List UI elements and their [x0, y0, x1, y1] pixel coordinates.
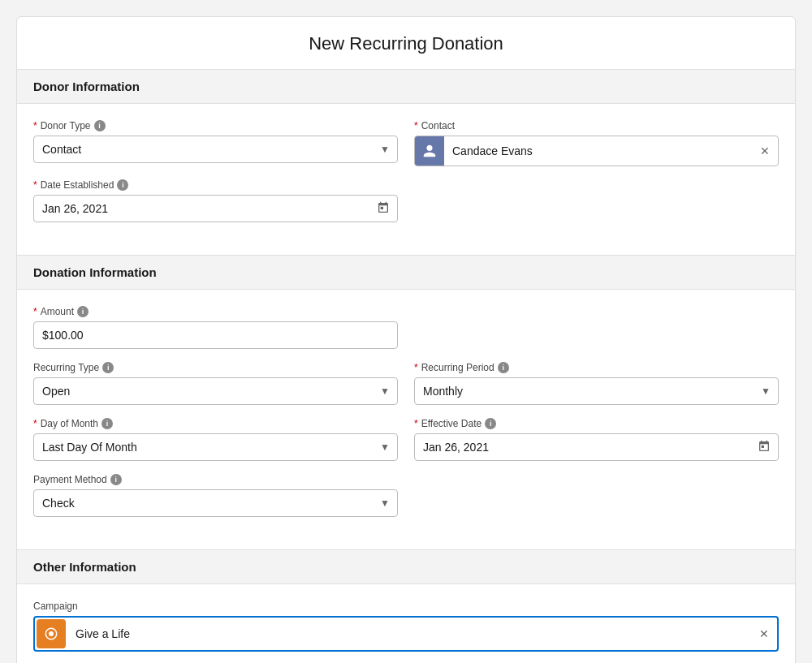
payment-method-row: Payment Method i Check Credit Card ACH ▼ — [33, 474, 779, 517]
date-established-label: * Date Established i — [33, 179, 398, 191]
recurring-period-select-wrapper: Monthly Weekly Yearly Quarterly ▼ — [414, 377, 779, 405]
contact-person-icon — [415, 136, 444, 166]
recurring-period-info-icon[interactable]: i — [498, 362, 509, 373]
contact-clear-button[interactable]: ✕ — [752, 144, 778, 157]
campaign-label: Campaign — [33, 601, 779, 612]
recurring-type-label: Recurring Type i — [33, 362, 398, 373]
campaign-input[interactable] — [67, 621, 751, 647]
contact-required-star: * — [414, 120, 418, 131]
donor-type-contact-row: * Donor Type i Contact Organization Hous… — [33, 120, 779, 166]
date-established-input-wrapper — [33, 195, 398, 222]
day-effective-row: * Day of Month i Last Day Of Month 1st 2… — [33, 418, 779, 461]
effective-date-input[interactable] — [414, 433, 779, 461]
campaign-row: Campaign ✕ — [33, 601, 779, 652]
date-established-info-icon[interactable]: i — [117, 179, 128, 191]
day-of-month-required-star: * — [33, 418, 37, 429]
recurring-type-period-row: Recurring Type i Open Fixed ▼ * Recurrin… — [33, 362, 779, 405]
effective-date-label: * Effective Date i — [414, 418, 779, 429]
day-of-month-select[interactable]: Last Day Of Month 1st 2nd 15th — [33, 433, 398, 461]
donor-type-select[interactable]: Contact Organization Household — [33, 136, 398, 163]
day-of-month-info-icon[interactable]: i — [102, 418, 113, 429]
campaign-group: Campaign ✕ — [33, 601, 779, 652]
svg-point-1 — [49, 631, 54, 636]
donor-information-header: Donor Information — [17, 70, 795, 104]
donation-information-body: * Amount i Recurring Type i Open Fixed — [17, 290, 795, 549]
amount-group: * Amount i — [33, 306, 398, 349]
effective-date-info-icon[interactable]: i — [485, 418, 496, 429]
payment-method-label: Payment Method i — [33, 474, 398, 485]
effective-date-group: * Effective Date i — [414, 418, 779, 461]
donor-information-body: * Donor Type i Contact Organization Hous… — [17, 104, 795, 255]
campaign-clear-button[interactable]: ✕ — [751, 627, 777, 640]
donor-type-info-icon[interactable]: i — [94, 120, 106, 131]
donation-information-header: Donation Information — [17, 256, 795, 290]
recurring-period-required-star: * — [414, 362, 418, 373]
recurring-period-label: * Recurring Period i — [414, 362, 779, 373]
other-information-header: Other Information — [17, 550, 795, 584]
recurring-type-select[interactable]: Open Fixed — [33, 377, 398, 405]
form-container: New Recurring Donation Donor Information… — [16, 16, 796, 663]
recurring-type-group: Recurring Type i Open Fixed ▼ — [33, 362, 398, 405]
amount-info-icon[interactable]: i — [77, 306, 89, 317]
effective-date-input-wrapper — [414, 433, 779, 461]
amount-label: * Amount i — [33, 306, 398, 317]
payment-method-select-wrapper: Check Credit Card ACH ▼ — [33, 489, 398, 517]
recurring-period-select[interactable]: Monthly Weekly Yearly Quarterly — [414, 377, 779, 405]
donor-type-group: * Donor Type i Contact Organization Hous… — [33, 120, 398, 166]
other-information-body: Campaign ✕ — [17, 584, 795, 663]
date-established-required-star: * — [33, 179, 37, 191]
amount-row: * Amount i — [33, 306, 779, 349]
day-of-month-label: * Day of Month i — [33, 418, 398, 429]
page-title: New Recurring Donation — [17, 17, 795, 70]
date-established-row: * Date Established i — [33, 179, 779, 222]
contact-group: * Contact Candace Evans ✕ — [414, 120, 779, 166]
amount-input[interactable] — [33, 321, 398, 349]
contact-input[interactable]: Candace Evans — [444, 138, 752, 164]
recurring-type-info-icon[interactable]: i — [102, 362, 114, 373]
payment-method-select[interactable]: Check Credit Card ACH — [33, 489, 398, 517]
date-established-input[interactable] — [33, 195, 398, 222]
contact-label: * Contact — [414, 120, 779, 131]
recurring-type-select-wrapper: Open Fixed ▼ — [33, 377, 398, 405]
campaign-icon — [37, 619, 66, 648]
campaign-input-wrapper: ✕ — [33, 616, 779, 652]
day-of-month-group: * Day of Month i Last Day Of Month 1st 2… — [33, 418, 398, 461]
payment-method-group: Payment Method i Check Credit Card ACH ▼ — [33, 474, 398, 517]
contact-input-wrapper: Candace Evans ✕ — [414, 136, 779, 166]
donor-type-select-wrapper: Contact Organization Household ▼ — [33, 136, 398, 163]
effective-date-required-star: * — [414, 418, 418, 429]
date-established-group: * Date Established i — [33, 179, 398, 222]
donor-type-required-star: * — [33, 120, 37, 131]
payment-method-info-icon[interactable]: i — [110, 474, 122, 485]
donor-type-label: * Donor Type i — [33, 120, 398, 131]
recurring-period-group: * Recurring Period i Monthly Weekly Year… — [414, 362, 779, 405]
amount-required-star: * — [33, 306, 37, 317]
day-of-month-select-wrapper: Last Day Of Month 1st 2nd 15th ▼ — [33, 433, 398, 461]
